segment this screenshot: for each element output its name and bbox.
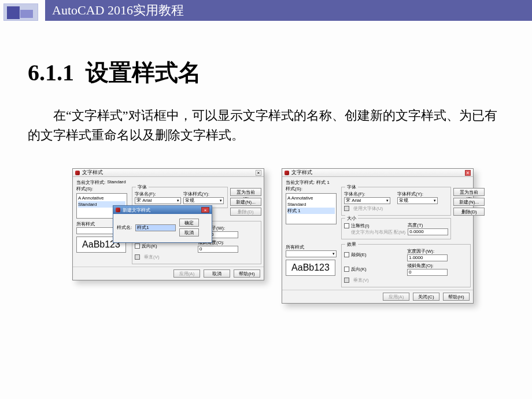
set-current-button[interactable]: 置为当前(C) xyxy=(453,188,485,196)
help-button[interactable]: 帮助(H) xyxy=(234,269,260,278)
current-style-value: 样式 1 xyxy=(316,179,330,186)
apply-button[interactable]: 应用(A) xyxy=(173,269,200,278)
subdialog-title: 新建文字样式 xyxy=(123,207,150,213)
section-name: 设置样式名 xyxy=(86,60,201,86)
dialog-caption[interactable]: 文字样式 × xyxy=(73,169,264,177)
new-button[interactable]: 新建(N)... xyxy=(453,198,485,206)
preview-box: AaBb123 xyxy=(286,260,335,276)
bigfont-check[interactable] xyxy=(344,206,349,211)
autocad-icon xyxy=(75,171,80,175)
oblique-angle-input[interactable]: 0 xyxy=(198,246,238,253)
oblique-angle-input[interactable]: 0 xyxy=(407,269,448,276)
backwards-check[interactable] xyxy=(135,243,140,249)
stylename-label: 样式名: xyxy=(117,224,132,231)
filter-select[interactable] xyxy=(286,250,337,257)
upside-check[interactable] xyxy=(344,252,349,257)
current-style-label: 当前文字样式: xyxy=(76,179,105,186)
size-group-title: 大小 xyxy=(345,215,358,221)
delete-button[interactable]: 删除(D) xyxy=(230,208,261,216)
close-icon[interactable]: × xyxy=(256,170,261,176)
delete-button[interactable]: 删除(D) xyxy=(453,208,485,216)
close-icon[interactable]: × xyxy=(201,207,209,213)
height-input[interactable]: 0.0000 xyxy=(408,228,448,235)
text-style-dialog-right: 文字样式 × 当前文字样式: 样式 1 样式(S): A Annotative … xyxy=(282,168,474,304)
autocad-icon xyxy=(285,171,289,175)
section-number: 6.1.1 xyxy=(28,60,74,86)
styles-listbox[interactable]: A Annotative Standard 样式 1 xyxy=(286,193,337,224)
current-style-label: 当前文字样式: xyxy=(286,179,315,186)
help-button[interactable]: 帮助(H) xyxy=(443,293,470,301)
logo-ornament xyxy=(3,3,38,21)
book-title: AutoCAD 2016实用教程 xyxy=(45,0,532,21)
dialog-title: 文字样式 xyxy=(291,169,312,176)
ok-button[interactable]: 确定 xyxy=(179,219,199,227)
font-style-label: 字体样式(Y): xyxy=(183,191,225,197)
autocad-icon xyxy=(116,208,120,212)
new-textstyle-dialog: 新建文字样式 × 样式名: 样式1 确定 取消 xyxy=(113,205,212,243)
all-styles-label: 所有样式 xyxy=(286,244,339,250)
backwards-check[interactable] xyxy=(344,267,349,272)
font-name-select[interactable]: 宋 Arial xyxy=(344,197,390,204)
dialog-caption[interactable]: 文字样式 × xyxy=(282,169,473,177)
font-name-select[interactable]: 宋 Arial xyxy=(135,197,181,204)
new-button[interactable]: 新建(N)... xyxy=(230,198,261,206)
font-name-label: 字体名(F): xyxy=(344,191,395,197)
dialog-buttons: 应用(A) 取消 帮助(H) xyxy=(73,267,264,280)
section-heading: 6.1.1 设置样式名 xyxy=(28,57,532,88)
figures-row: 文字样式 × 当前文字样式: Standard 样式(S): A Annotat… xyxy=(72,168,532,304)
dialog-title: 文字样式 xyxy=(82,169,103,176)
vertical-check[interactable] xyxy=(344,278,349,283)
cancel-button[interactable]: 取消 xyxy=(204,269,230,278)
styles-label: 样式(S): xyxy=(282,186,339,192)
list-item[interactable]: Standard xyxy=(287,201,335,208)
figure-left: 文字样式 × 当前文字样式: Standard 样式(S): A Annotat… xyxy=(72,168,264,304)
font-name-label: 字体名(F): xyxy=(135,191,181,197)
list-item[interactable]: 样式 1 xyxy=(287,208,335,214)
font-style-select[interactable]: 常规 xyxy=(183,197,224,204)
styles-label: 样式(S): xyxy=(73,186,130,192)
font-style-label: 字体样式(Y): xyxy=(397,191,448,197)
subdialog-caption[interactable]: 新建文字样式 × xyxy=(113,206,212,214)
close-icon[interactable]: × xyxy=(465,170,471,176)
body-paragraph: 在“文字样式”对话框中，可以显示文字样式的名称、创建新的文字样式、为已有的文字样… xyxy=(28,106,497,145)
width-factor-input[interactable]: 1.0000 xyxy=(407,254,448,261)
list-item[interactable]: A Annotative xyxy=(78,195,125,201)
slide-header: AutoCAD 2016实用教程 xyxy=(0,0,532,25)
font-group-title: 字体 xyxy=(345,184,358,190)
font-style-select[interactable]: 常规 xyxy=(397,197,438,204)
cancel-button[interactable]: 取消 xyxy=(179,228,199,237)
apply-button[interactable]: 应用(A) xyxy=(383,293,409,301)
list-item[interactable]: A Annotative xyxy=(287,195,335,201)
dialog-buttons: 应用(A) 关闭(C) 帮助(H) xyxy=(282,290,473,303)
stylename-input[interactable]: 样式1 xyxy=(135,224,176,231)
set-current-button[interactable]: 置为当前(C) xyxy=(230,188,261,196)
effects-group-title: 效果 xyxy=(345,241,358,247)
close-button[interactable]: 关闭(C) xyxy=(413,293,439,301)
font-group-title: 字体 xyxy=(136,184,149,190)
figure-right: 文字样式 × 当前文字样式: 样式 1 样式(S): A Annotative … xyxy=(282,168,474,304)
annotative-check[interactable] xyxy=(344,223,349,228)
current-style-value: Standard xyxy=(107,179,125,186)
vertical-check[interactable] xyxy=(135,254,140,260)
